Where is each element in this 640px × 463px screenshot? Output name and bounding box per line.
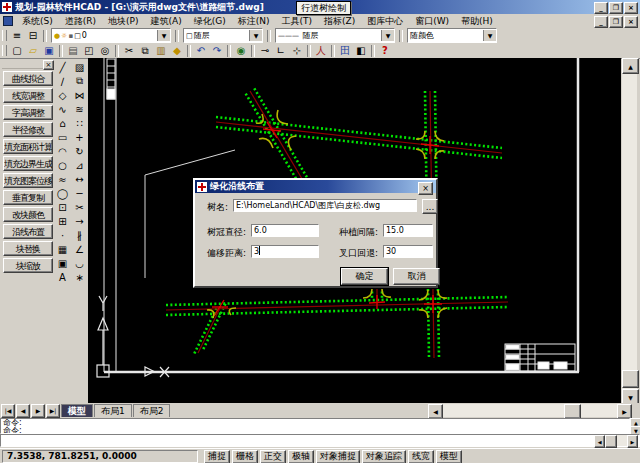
save-icon[interactable]: ▣ — [41, 44, 57, 57]
palette-button-hatch-area[interactable]: 填充面积计算 — [3, 139, 53, 154]
palette-button-block-replace[interactable]: 块替换 — [3, 241, 53, 256]
help-icon[interactable]: ? — [377, 44, 393, 57]
horizontal-scrollbar[interactable]: ◀ ▶ — [428, 404, 630, 417]
chevron-down-icon[interactable]: ▼ — [249, 30, 262, 41]
offset-distance-field[interactable]: 3 — [251, 245, 319, 258]
tab-next-icon[interactable]: ▶ — [31, 404, 45, 418]
vertical-scrollbar-thumb[interactable] — [622, 370, 639, 388]
menu-greening[interactable]: 绿化(G) — [188, 15, 232, 28]
spline-icon[interactable]: ≈ — [55, 172, 70, 186]
print-preview-icon[interactable]: ◰ — [81, 44, 97, 57]
layer-states-icon[interactable]: ⊟ — [25, 29, 41, 42]
point-icon[interactable]: · — [55, 228, 70, 242]
trim-icon[interactable]: ✂ — [72, 200, 87, 214]
menu-tools[interactable]: 工具(T) — [275, 15, 318, 28]
menu-index[interactable]: 指标(Z) — [318, 15, 361, 28]
explode-icon[interactable]: ∗ — [72, 270, 87, 284]
lineweight-combo[interactable]: 随颜色 ▼ — [407, 28, 497, 43]
linetype-combo[interactable]: ——— 随层 ▼ — [275, 28, 395, 43]
tab-model[interactable]: 模型 — [61, 404, 93, 417]
scroll-up-icon[interactable]: ▲ — [622, 58, 639, 74]
ellipse-icon[interactable]: ◯ — [55, 186, 70, 200]
command-history[interactable]: 命令: 命令: — [0, 418, 630, 434]
vertical-scrollbar[interactable]: ▲ ▼ — [622, 58, 637, 403]
rectangle-icon[interactable]: ▭ — [55, 130, 70, 144]
crown-diameter-field[interactable]: 6.0 — [251, 224, 319, 237]
status-toggle-osnap[interactable]: 对象捕捉 — [316, 450, 360, 463]
menu-building[interactable]: 建筑(A) — [144, 15, 187, 28]
point-filter-icon[interactable]: ⊹ — [289, 44, 305, 57]
offset-icon[interactable]: ≋ — [72, 102, 87, 116]
scroll-right-icon[interactable]: ▶ — [627, 435, 638, 448]
polygon-icon[interactable]: ⌂ — [55, 116, 70, 130]
chevron-down-icon[interactable]: ▼ — [381, 30, 394, 41]
quick-select-icon[interactable]: 人 — [313, 44, 329, 57]
horizontal-scrollbar-thumb[interactable] — [564, 404, 581, 419]
ok-button[interactable]: 确定 — [341, 268, 388, 285]
make-block-icon[interactable]: ⊞ — [55, 214, 70, 228]
status-toggle-model[interactable]: 模型 — [436, 450, 462, 463]
menu-library-center[interactable]: 图库中心 — [361, 15, 409, 28]
plant-spacing-field[interactable]: 15.0 — [383, 224, 433, 237]
fillet-icon[interactable]: ◡ — [72, 256, 87, 270]
insert-block-icon[interactable]: ⊡ — [55, 200, 70, 214]
layer-combo[interactable]: ●☼▪□0 ▼ — [51, 28, 171, 43]
chevron-down-icon[interactable]: ▼ — [483, 30, 496, 41]
command-scrollbar[interactable]: ▲ ▼ — [630, 418, 640, 434]
find-icon[interactable]: ◎ — [97, 44, 113, 57]
menu-system[interactable]: 系统(S) — [16, 15, 59, 28]
open-icon[interactable]: ▱ — [25, 44, 41, 57]
junction-setback-field[interactable]: 30 — [383, 245, 433, 258]
scroll-left-icon[interactable]: ◀ — [594, 435, 605, 448]
text-icon[interactable]: A — [55, 270, 70, 284]
palette-button-hatch-boundary[interactable]: 填充边界生成 — [3, 156, 53, 171]
track-point-icon[interactable]: ⊸ — [257, 44, 273, 57]
menu-annotation[interactable]: 标注(N) — [232, 15, 276, 28]
copy-object-icon[interactable]: ⧉ — [72, 74, 87, 88]
menu-road[interactable]: 道路(R) — [59, 15, 102, 28]
multiline-icon[interactable]: ◇ — [55, 88, 70, 102]
stretch-icon[interactable]: ↔ — [72, 172, 87, 186]
tab-prev-icon[interactable]: ◀ — [16, 404, 30, 418]
break-icon[interactable]: ∦ — [72, 228, 87, 242]
dialog-close-icon[interactable]: × — [418, 182, 433, 195]
mirror-icon[interactable]: ⋈ — [72, 88, 87, 102]
color-combo[interactable]: □随层 ▼ — [183, 28, 263, 43]
minimize-button[interactable]: _ — [594, 2, 608, 14]
palette-button-block-scale[interactable]: 块缩放 — [3, 258, 53, 273]
palette-button-textheight[interactable]: 字高调整 — [3, 105, 53, 120]
construction-line-icon[interactable]: ∕ — [55, 74, 70, 88]
mdi-restore-button[interactable]: ❐ — [609, 16, 623, 28]
properties-icon[interactable]: ◧ — [353, 44, 369, 57]
palette-button-hatch-shift[interactable]: 填充图案位移 — [3, 173, 53, 188]
layers-icon[interactable]: ≡ — [9, 29, 25, 42]
tab-layout2[interactable]: 布局2 — [133, 404, 171, 417]
menu-window[interactable]: 窗口(W) — [409, 15, 455, 28]
close-button[interactable]: × — [624, 2, 638, 14]
cancel-button[interactable]: 取消 — [393, 268, 440, 285]
dialog-title-bar[interactable]: 绿化沿线布置 — [195, 180, 436, 193]
design-center-icon[interactable]: 田 — [337, 44, 353, 57]
rotate-icon[interactable]: ↻ — [72, 144, 87, 158]
erase-icon[interactable]: ▨ — [72, 60, 87, 74]
redo-icon[interactable]: ↷ — [209, 44, 225, 57]
status-toggle-ortho[interactable]: 正交 — [260, 450, 286, 463]
polyline-icon[interactable]: ∿ — [55, 102, 70, 116]
command-input-scrollbar[interactable]: ◀ ▶ — [594, 435, 638, 446]
tree-name-field[interactable]: E:\HomeLand\HCAD\图库\白皮松.dwg — [233, 199, 417, 212]
palette-button-along-line[interactable]: 沿线布置 — [3, 224, 53, 239]
toolbar-grip[interactable] — [2, 30, 7, 41]
new-icon[interactable]: ▢ — [9, 44, 25, 57]
array-icon[interactable]: ∷ — [72, 116, 87, 130]
extend-icon[interactable]: → — [72, 214, 87, 228]
scale-icon[interactable]: ⊿ — [72, 158, 87, 172]
cut-icon[interactable]: ✂ — [121, 44, 137, 57]
menu-parcel[interactable]: 地块(P) — [102, 15, 144, 28]
command-scroll-thumb[interactable] — [605, 435, 616, 448]
status-toggle-grid[interactable]: 栅格 — [232, 450, 258, 463]
circle-icon[interactable]: ○ — [55, 158, 70, 172]
match-properties-icon[interactable]: ◆ — [169, 44, 185, 57]
region-icon[interactable]: ▣ — [55, 256, 70, 270]
hatch-icon[interactable]: ▦ — [55, 242, 70, 256]
status-toggle-snap[interactable]: 捕捉 — [204, 450, 230, 463]
